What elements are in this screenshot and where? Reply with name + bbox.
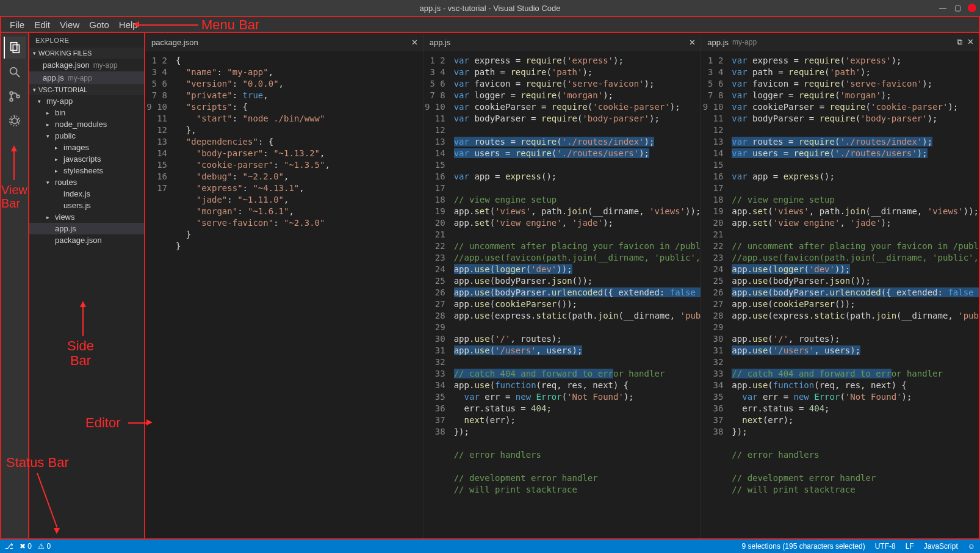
editor-area: package.json✕1 2 3 4 5 6 7 8 9 10 11 12 … bbox=[145, 33, 980, 540]
tree-item[interactable]: ▾my-app bbox=[29, 95, 144, 107]
svg-point-5 bbox=[10, 98, 13, 101]
working-file[interactable]: package.jsonmy-app bbox=[29, 59, 144, 71]
svg-point-7 bbox=[12, 118, 17, 123]
svg-rect-1 bbox=[13, 45, 19, 52]
status-errors[interactable]: ✖ 0 bbox=[20, 542, 32, 551]
git-icon[interactable] bbox=[4, 85, 26, 107]
code-editor[interactable]: 1 2 3 4 5 6 7 8 9 10 11 12 13 14 15 16 1… bbox=[423, 51, 701, 538]
svg-line-9 bbox=[10, 118, 13, 120]
editor-tab[interactable]: app.js✕ bbox=[423, 33, 701, 51]
explorer-icon[interactable] bbox=[4, 37, 26, 59]
editor-tab[interactable]: package.json✕ bbox=[145, 33, 423, 51]
close-tab-icon[interactable]: ✕ bbox=[411, 38, 418, 47]
tree-item[interactable]: index.js bbox=[29, 188, 144, 200]
tree-item[interactable]: ▸views bbox=[29, 211, 144, 223]
tree-item[interactable]: users.js bbox=[29, 200, 144, 211]
git-branch-icon[interactable]: ⎇ bbox=[5, 542, 13, 551]
tree-item[interactable]: ▾routes bbox=[29, 176, 144, 188]
debug-icon[interactable] bbox=[4, 110, 26, 132]
svg-point-6 bbox=[16, 95, 20, 98]
maximize-icon[interactable]: ▢ bbox=[953, 4, 962, 12]
svg-line-12 bbox=[17, 122, 20, 123]
sidebar-title: EXPLORE bbox=[29, 33, 144, 48]
svg-point-2 bbox=[10, 68, 17, 74]
minimize-icon[interactable]: — bbox=[939, 4, 947, 12]
tree-item[interactable]: app.js bbox=[29, 223, 144, 234]
status-selections: 9 selections (195 characters selected) bbox=[742, 542, 865, 551]
tree-item[interactable]: ▸images bbox=[29, 142, 144, 153]
svg-line-11 bbox=[10, 122, 13, 123]
menu-file[interactable]: File bbox=[5, 18, 29, 31]
status-bar: ⎇ ✖ 0 ⚠ 0 9 selections (195 characters s… bbox=[0, 540, 980, 553]
feedback-icon[interactable]: ☺ bbox=[968, 542, 975, 551]
tree-item[interactable]: ▾public bbox=[29, 130, 144, 142]
menu-view[interactable]: View bbox=[55, 18, 84, 31]
chevron-down-icon: ▾ bbox=[33, 87, 36, 93]
tree-item[interactable]: ▸javascripts bbox=[29, 153, 144, 165]
activity-bar bbox=[0, 33, 29, 540]
editor-pane: package.json✕1 2 3 4 5 6 7 8 9 10 11 12 … bbox=[145, 33, 423, 538]
close-tab-icon[interactable]: ✕ bbox=[967, 37, 974, 47]
menu-goto[interactable]: Goto bbox=[84, 18, 114, 31]
menu-edit[interactable]: Edit bbox=[29, 18, 55, 31]
close-tab-icon[interactable]: ✕ bbox=[689, 38, 696, 47]
status-language[interactable]: JavaScript bbox=[924, 542, 958, 551]
tree-item[interactable]: ▸node_modules bbox=[29, 118, 144, 130]
svg-line-10 bbox=[17, 118, 20, 120]
split-editor-icon[interactable]: ⧉ bbox=[957, 37, 962, 47]
search-icon[interactable] bbox=[4, 61, 26, 83]
side-bar: EXPLORE ▾ WORKING FILES package.jsonmy-a… bbox=[29, 33, 145, 540]
editor-pane: app.js✕1 2 3 4 5 6 7 8 9 10 11 12 13 14 … bbox=[423, 33, 702, 538]
editor-pane: app.jsmy-app⧉✕1 2 3 4 5 6 7 8 9 10 11 12… bbox=[701, 33, 979, 538]
tree-item[interactable]: ▸bin bbox=[29, 107, 144, 118]
tree-item[interactable]: ▸stylesheets bbox=[29, 165, 144, 176]
window-title: app.js - vsc-tutorial - Visual Studio Co… bbox=[420, 4, 561, 13]
working-file[interactable]: app.jsmy-app bbox=[29, 71, 144, 84]
editor-tab[interactable]: app.jsmy-app⧉✕ bbox=[701, 33, 979, 51]
chevron-down-icon: ▾ bbox=[33, 50, 36, 56]
code-editor[interactable]: 1 2 3 4 5 6 7 8 9 10 11 12 13 14 15 16 1… bbox=[701, 51, 979, 538]
svg-line-3 bbox=[16, 74, 20, 78]
working-files-header[interactable]: ▾ WORKING FILES bbox=[29, 48, 144, 59]
svg-rect-0 bbox=[11, 43, 17, 51]
tree-item[interactable]: package.json bbox=[29, 234, 144, 246]
code-editor[interactable]: 1 2 3 4 5 6 7 8 9 10 11 12 13 14 15 16 1… bbox=[145, 51, 423, 538]
status-warnings[interactable]: ⚠ 0 bbox=[38, 542, 51, 551]
status-eol[interactable]: LF bbox=[906, 542, 914, 551]
status-encoding[interactable]: UTF-8 bbox=[875, 542, 896, 551]
close-icon[interactable] bbox=[968, 4, 976, 12]
project-header[interactable]: ▾ VSC-TUTORIAL bbox=[29, 84, 144, 95]
svg-point-4 bbox=[10, 92, 13, 95]
title-bar: app.js - vsc-tutorial - Visual Studio Co… bbox=[0, 0, 980, 16]
